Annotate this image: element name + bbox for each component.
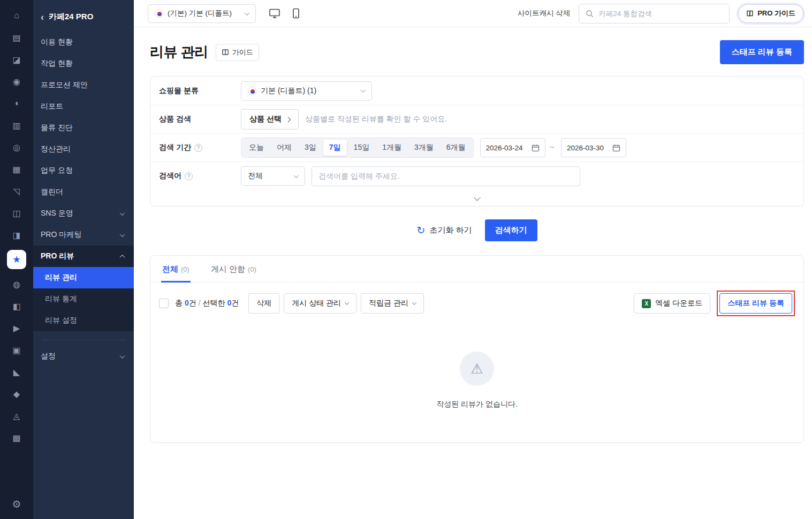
sidebar-header[interactable]: ‹ 카페24 PRO xyxy=(33,4,134,32)
staff-review-register-button[interactable]: 스태프 리뷰 등록 xyxy=(719,293,792,314)
megaphone-icon[interactable]: ◣ xyxy=(9,365,25,379)
keyword-type-value: 전체 xyxy=(248,171,263,181)
sidebar-subitem-0[interactable]: 리뷰 관리 xyxy=(33,267,134,288)
chevron-down-icon xyxy=(120,210,125,216)
tab-count: (0) xyxy=(181,265,189,273)
keyword-type-dropdown[interactable]: 전체 xyxy=(241,166,305,186)
info-icon[interactable]: ? xyxy=(185,172,193,180)
sidebar-item-settings[interactable]: 설정 xyxy=(33,346,134,367)
apps-icon[interactable]: ▩ xyxy=(9,431,25,445)
period-option-4[interactable]: 15일 xyxy=(348,140,376,156)
shop-selector-dropdown[interactable]: (기본) 기본 (디폴트) xyxy=(148,4,256,23)
sidebar-item-6[interactable]: 업무 요청 xyxy=(33,160,134,181)
sidebar-item-label: 캘린더 xyxy=(41,187,63,197)
pro-review-badge-icon[interactable]: ★ xyxy=(7,250,26,269)
empty-state: ⚠ 작성된 리뷰가 없습니다. xyxy=(150,322,803,442)
points-manage-button[interactable]: 적립금 관리 xyxy=(361,293,424,314)
search-button[interactable]: 검색하기 xyxy=(485,219,537,241)
product-select-button[interactable]: 상품 선택 xyxy=(241,109,299,129)
publish-status-manage-button[interactable]: 게시 상태 관리 xyxy=(284,293,356,314)
period-option-2[interactable]: 3일 xyxy=(299,140,322,156)
video-icon[interactable]: ◨ xyxy=(9,228,25,242)
gift-icon[interactable]: ◆ xyxy=(9,387,25,401)
sidebar-item-10[interactable]: PRO 리뷰 xyxy=(33,246,134,267)
sidebar-item-9[interactable]: PRO 마케팅 xyxy=(33,224,134,246)
chat-icon[interactable]: ◖ xyxy=(9,96,25,110)
home-icon[interactable]: ⌂ xyxy=(9,9,25,22)
sidebar-item-8[interactable]: SNS 운영 xyxy=(33,203,134,224)
selected-label: 선택한 xyxy=(203,299,225,307)
chart-line-icon[interactable]: ◹ xyxy=(9,184,25,198)
reset-button[interactable]: ↻ 초기화 하기 xyxy=(416,225,472,235)
presentation-icon[interactable]: ◫ xyxy=(9,206,25,220)
filter-expand-toggle[interactable] xyxy=(150,190,803,206)
shop-category-dropdown[interactable]: 기본 (디폴트) (1) xyxy=(241,81,372,101)
sidebar-item-4[interactable]: 물류 진단 xyxy=(33,117,134,139)
play-icon[interactable]: ▶ xyxy=(9,321,25,335)
document-icon[interactable]: ▥ xyxy=(9,118,25,132)
box-icon[interactable]: ▣ xyxy=(9,343,25,357)
sidebar-item-5[interactable]: 정산관리 xyxy=(33,139,134,160)
product-search-hint: 상품별로 작성된 리뷰를 확인 할 수 있어요. xyxy=(305,115,447,124)
period-option-5[interactable]: 1개월 xyxy=(376,140,407,156)
date-to-input[interactable]: 2026-03-30 xyxy=(561,138,626,157)
period-segmented-control: 오늘어제3일7일15일1개월3개월6개월 xyxy=(241,138,474,158)
korea-flag-icon xyxy=(248,87,256,95)
global-search-input[interactable] xyxy=(598,10,723,18)
delete-button[interactable]: 삭제 xyxy=(248,293,279,314)
sidebar-subitem-2[interactable]: 리뷰 설정 xyxy=(33,310,134,331)
keyword-input[interactable] xyxy=(312,166,580,186)
selected-unit: 건 xyxy=(231,299,239,307)
sidebar-item-label: 정산관리 xyxy=(41,144,71,154)
period-option-6[interactable]: 3개월 xyxy=(408,140,439,156)
sidebar-item-0[interactable]: 이용 현황 xyxy=(33,32,134,53)
main-area: (기본) 기본 (디폴트) 사이트캐시 삭제 xyxy=(134,0,812,519)
excel-download-label: 엑셀 다운로드 xyxy=(655,299,702,308)
globe-icon[interactable]: ◍ xyxy=(9,277,25,291)
cart-icon[interactable]: ▤ xyxy=(9,30,25,44)
sidebar-item-3[interactable]: 리포트 xyxy=(33,96,134,117)
truck-icon[interactable]: ◧ xyxy=(9,299,25,313)
mobile-icon[interactable] xyxy=(292,8,300,19)
topbar: (기본) 기본 (디폴트) 사이트캐시 삭제 xyxy=(134,0,812,27)
sidebar-item-label: 물류 진단 xyxy=(41,123,73,133)
warning-icon: ⚠ xyxy=(460,352,494,386)
points-manage-label: 적립금 관리 xyxy=(369,299,408,308)
wheel-icon[interactable]: ◎ xyxy=(9,140,25,154)
app-root: ⌂▤◪◉◖▥◎▦◹◫◨★◍◧▶▣◣◆◬▩ ⚙ ‹ 카페24 PRO 이용 현황작… xyxy=(0,0,812,519)
apparel-icon[interactable]: ◪ xyxy=(9,52,25,66)
sidebar-item-2[interactable]: 프로모션 제안 xyxy=(33,74,134,96)
keyword-label-text: 검색어 xyxy=(159,171,181,181)
total-label: 총 xyxy=(175,299,183,307)
staff-review-register-button-top[interactable]: 스태프 리뷰 등록 xyxy=(720,40,804,64)
period-option-3[interactable]: 7일 xyxy=(323,140,347,156)
select-all-checkbox[interactable] xyxy=(159,299,169,308)
period-option-7[interactable]: 6개월 xyxy=(441,140,472,156)
sidebar-item-7[interactable]: 캘린더 xyxy=(33,181,134,203)
monitor-icon[interactable] xyxy=(269,8,280,19)
user-icon[interactable]: ◉ xyxy=(9,74,25,88)
period-option-0[interactable]: 오늘 xyxy=(243,140,270,156)
date-from-input[interactable]: 2026-03-24 xyxy=(480,138,545,157)
site-cache-delete-link[interactable]: 사이트캐시 삭제 xyxy=(518,9,570,18)
excel-download-button[interactable]: X 엑셀 다운로드 xyxy=(634,293,710,314)
share-icon[interactable]: ◬ xyxy=(9,409,25,423)
shop-category-value: 기본 (디폴트) (1) xyxy=(261,86,316,96)
tab-1[interactable]: 게시 안함(0) xyxy=(210,256,257,282)
guide-chip-button[interactable]: 가이드 xyxy=(216,44,259,61)
gear-icon[interactable]: ⚙ xyxy=(12,498,21,510)
reset-label: 초기화 하기 xyxy=(429,225,472,235)
chevron-down-icon xyxy=(361,87,366,93)
pro-guide-button[interactable]: PRO 가이드 xyxy=(738,4,803,23)
sidebar-submenu: 리뷰 관리리뷰 통계리뷰 설정 xyxy=(33,267,134,331)
sidebar-item-1[interactable]: 작업 현황 xyxy=(33,53,134,74)
chevron-down-icon xyxy=(120,353,125,358)
period-option-1[interactable]: 어제 xyxy=(271,140,298,156)
sidebar-subitem-1[interactable]: 리뷰 통계 xyxy=(33,288,134,310)
results-toolbar: 총 0건/선택한 0건 삭제 게시 상태 관리 적립금 관리 xyxy=(150,283,803,322)
tab-0[interactable]: 전체(0) xyxy=(161,256,191,282)
image-icon[interactable]: ▦ xyxy=(9,162,25,176)
info-icon[interactable]: ? xyxy=(194,144,202,152)
global-search-box xyxy=(579,4,730,24)
total-unit: 건 xyxy=(189,299,196,307)
